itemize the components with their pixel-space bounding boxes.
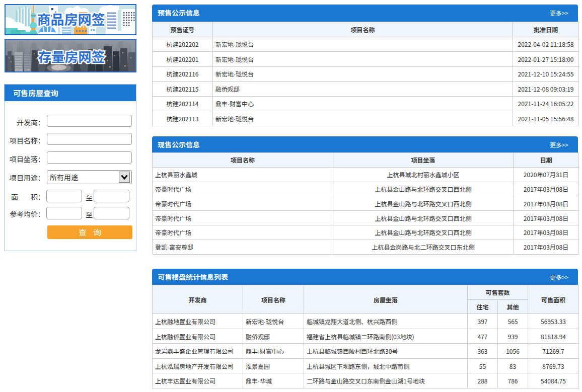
svg-text:存量房网签: 存量房网签	[38, 46, 105, 66]
svg-text:商品房网签: 商品房网签	[37, 9, 105, 29]
